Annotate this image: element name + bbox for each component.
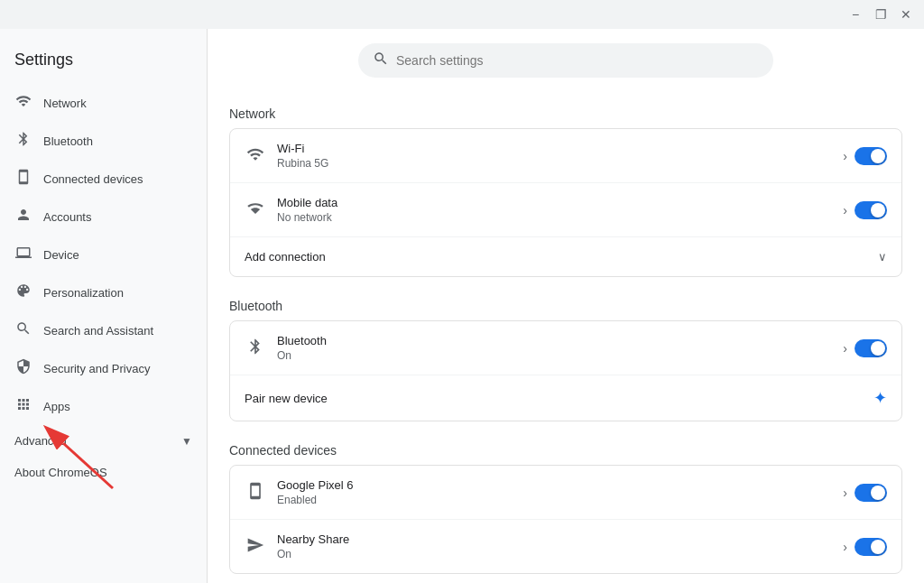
google-pixel-icon	[245, 482, 266, 504]
wifi-title: Wi-Fi	[277, 142, 832, 155]
advanced-chevron-icon: ▼	[181, 435, 192, 448]
google-pixel-toggle[interactable]	[855, 484, 887, 502]
bluetooth-chevron-icon: ›	[843, 341, 847, 356]
mobile-data-item[interactable]: Mobile data No network ›	[230, 183, 901, 237]
google-pixel-item[interactable]: Google Pixel 6 Enabled ›	[230, 466, 901, 520]
wifi-item[interactable]: Wi-Fi Rubina 5G ›	[230, 129, 901, 183]
bluetooth-item-title: Bluetooth	[277, 334, 832, 347]
google-pixel-title: Google Pixel 6	[277, 478, 832, 492]
bluetooth-item[interactable]: Bluetooth On ›	[230, 321, 901, 375]
sidebar-item-personalization-label: Personalization	[43, 286, 124, 300]
bluetooth-card: Bluetooth On › Pair new device ✦	[229, 320, 902, 421]
connected-devices-section-title: Connected devices	[229, 429, 902, 465]
wifi-toggle[interactable]	[855, 147, 887, 165]
app-title: Settings	[0, 43, 207, 84]
sidebar-advanced[interactable]: Advanced ▼	[0, 425, 207, 457]
pair-new-device-icon: ✦	[873, 388, 887, 408]
sidebar: Settings Network Bluetooth Connected dev…	[0, 29, 208, 583]
sidebar-item-search-assistant[interactable]: Search and Assistant	[0, 311, 199, 349]
nearby-share-title: Nearby Share	[277, 532, 832, 546]
device-icon	[14, 245, 32, 264]
sidebar-about[interactable]: About ChromeOS	[0, 457, 207, 488]
search-bar-container	[208, 29, 924, 92]
pair-new-device-label: Pair new device	[245, 392, 863, 405]
bluetooth-item-icon	[245, 338, 266, 359]
security-icon	[14, 358, 32, 378]
add-connection-label: Add connection	[245, 250, 326, 264]
search-icon	[373, 51, 389, 70]
network-icon	[14, 93, 32, 113]
accounts-icon	[14, 207, 32, 227]
settings-content: Network Wi-Fi Rubina 5G ›	[208, 92, 924, 583]
close-button[interactable]: ✕	[895, 4, 917, 25]
sidebar-item-connected-devices[interactable]: Connected devices	[0, 160, 199, 198]
mobile-data-icon	[245, 199, 266, 221]
personalization-icon	[14, 282, 32, 302]
add-connection-chevron-icon: ∨	[878, 250, 887, 264]
apps-icon	[14, 396, 32, 416]
nearby-share-chevron-icon: ›	[843, 540, 847, 554]
main-content: Network Wi-Fi Rubina 5G ›	[208, 29, 924, 583]
sidebar-item-search-label: Search and Assistant	[43, 324, 153, 338]
sidebar-item-security-privacy[interactable]: Security and Privacy	[0, 349, 199, 387]
sidebar-item-apps[interactable]: Apps	[0, 387, 199, 425]
sidebar-about-label: About ChromeOS	[14, 466, 107, 479]
network-section-title: Network	[229, 92, 902, 128]
restore-button[interactable]: ❐	[870, 4, 892, 25]
sidebar-item-network[interactable]: Network	[0, 84, 199, 122]
search-bar[interactable]	[358, 43, 773, 78]
sidebar-item-bluetooth-label: Bluetooth	[43, 134, 93, 148]
sidebar-item-apps-label: Apps	[43, 400, 70, 413]
search-assistant-icon	[14, 320, 32, 340]
bluetooth-item-subtitle: On	[277, 349, 832, 362]
sidebar-item-network-label: Network	[43, 97, 87, 110]
sidebar-item-connected-devices-label: Connected devices	[43, 172, 143, 186]
sidebar-item-device-label: Device	[43, 248, 79, 262]
sidebar-item-accounts[interactable]: Accounts	[0, 198, 199, 236]
nearby-share-item[interactable]: Nearby Share On ›	[230, 520, 901, 573]
pair-new-device-item[interactable]: Pair new device ✦	[230, 375, 901, 421]
wifi-chevron-icon: ›	[843, 149, 847, 163]
nearby-share-toggle[interactable]	[855, 538, 887, 556]
mobile-data-chevron-icon: ›	[843, 203, 847, 217]
search-input[interactable]	[396, 53, 759, 68]
bluetooth-icon	[14, 131, 32, 151]
nearby-share-subtitle: On	[277, 548, 832, 560]
sidebar-item-device[interactable]: Device	[0, 236, 199, 273]
bluetooth-section-title: Bluetooth	[229, 284, 902, 320]
network-card: Wi-Fi Rubina 5G › Mobile data No network	[229, 128, 902, 277]
google-pixel-subtitle: Enabled	[277, 494, 832, 506]
sidebar-item-security-label: Security and Privacy	[43, 362, 151, 375]
add-connection-item[interactable]: Add connection ∨	[230, 237, 901, 276]
mobile-data-title: Mobile data	[277, 196, 832, 209]
google-pixel-chevron-icon: ›	[843, 486, 847, 500]
sidebar-item-bluetooth[interactable]: Bluetooth	[0, 122, 199, 160]
nearby-share-icon	[245, 536, 266, 558]
minimize-button[interactable]: −	[845, 4, 866, 25]
mobile-data-subtitle: No network	[277, 211, 832, 224]
mobile-data-toggle[interactable]	[855, 201, 887, 219]
sidebar-item-accounts-label: Accounts	[43, 210, 91, 224]
connected-devices-icon	[14, 169, 32, 189]
sidebar-item-personalization[interactable]: Personalization	[0, 273, 199, 311]
connected-devices-card: Google Pixel 6 Enabled › Nearby Share On	[229, 465, 902, 574]
wifi-subtitle: Rubina 5G	[277, 157, 832, 170]
bluetooth-toggle[interactable]	[855, 339, 887, 357]
wifi-icon	[245, 145, 266, 167]
sidebar-advanced-label: Advanced	[14, 434, 67, 448]
